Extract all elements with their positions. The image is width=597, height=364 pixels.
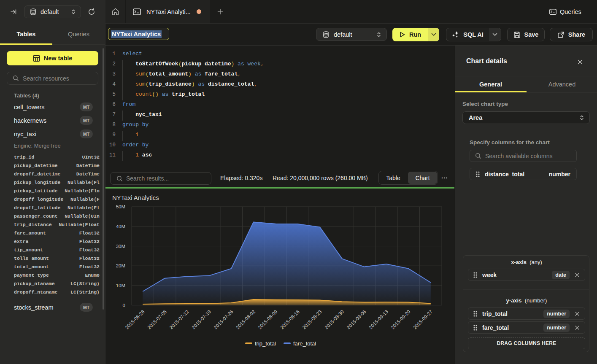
svg-text:2015-09-27: 2015-09-27	[412, 309, 433, 330]
svg-text:0: 0	[123, 303, 125, 308]
svg-text:2015-09-06: 2015-09-06	[346, 309, 367, 330]
svg-text:fare_total: fare_total	[293, 340, 316, 347]
svg-text:10M: 10M	[116, 283, 125, 288]
svg-text:2015-08-16: 2015-08-16	[279, 309, 300, 330]
svg-text:2015-09-20: 2015-09-20	[390, 309, 411, 330]
svg-text:2015-07-26: 2015-07-26	[213, 309, 234, 330]
svg-text:2015-08-02: 2015-08-02	[235, 309, 256, 330]
svg-text:2015-09-13: 2015-09-13	[368, 309, 389, 330]
svg-text:2015-07-12: 2015-07-12	[169, 309, 190, 330]
svg-text:2015-07-05: 2015-07-05	[146, 309, 167, 330]
svg-text:2015-08-09: 2015-08-09	[257, 309, 278, 330]
svg-text:trip_total: trip_total	[255, 340, 276, 347]
svg-text:50M: 50M	[116, 204, 125, 209]
svg-text:2015-08-30: 2015-08-30	[324, 309, 345, 330]
svg-text:40M: 40M	[116, 224, 125, 229]
svg-text:2015-08-23: 2015-08-23	[302, 309, 323, 330]
svg-text:30M: 30M	[116, 244, 125, 249]
svg-text:NYTaxi Analytics: NYTaxi Analytics	[112, 194, 159, 201]
svg-text:2015-07-19: 2015-07-19	[191, 309, 212, 330]
svg-text:20M: 20M	[116, 263, 125, 268]
svg-text:2015-06-28: 2015-06-28	[124, 309, 146, 330]
